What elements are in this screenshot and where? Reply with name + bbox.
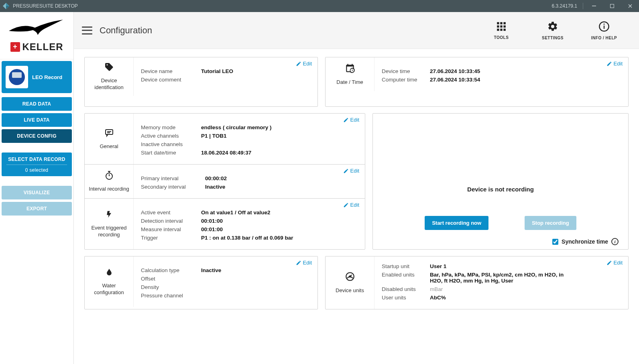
stop-recording-button[interactable]: Stop recording [525, 216, 576, 230]
app-title: PRESSURESUITE DESKTOP [13, 3, 78, 9]
settings-button[interactable]: SETTINGS [531, 21, 575, 40]
select-data-record-label: SELECT DATA RECORD [6, 157, 67, 162]
svg-rect-10 [503, 25, 505, 27]
pencil-icon [606, 260, 612, 266]
selected-count-label: 0 selected [6, 165, 67, 173]
water-configuration-card: Edit Water configuration Calculation typ… [84, 256, 318, 309]
edit-general-button[interactable]: Edit [343, 117, 359, 123]
app-logo-icon [2, 2, 10, 10]
export-button[interactable]: EXPORT [2, 202, 72, 216]
svg-point-16 [604, 23, 605, 24]
device-config-button[interactable]: DEVICE CONFIG [2, 129, 72, 143]
edit-event-button[interactable]: Edit [343, 202, 359, 208]
svg-rect-6 [500, 22, 502, 24]
device-name-label: LEO Record [32, 74, 62, 80]
svg-rect-12 [500, 28, 502, 31]
window-minimize-button[interactable] [585, 0, 603, 12]
edit-water-button[interactable]: Edit [296, 260, 312, 266]
sidebar: + KELLER LEO Record READ DATA LIVE DATA … [0, 12, 74, 364]
gauge-icon [345, 271, 355, 284]
live-data-button[interactable]: LIVE DATA [2, 113, 72, 127]
svg-rect-3 [592, 6, 596, 6]
pencil-icon [343, 168, 349, 174]
titlebar: PRESSURESUITE DESKTOP 6.3.24179.1 [0, 0, 639, 12]
pencil-icon [343, 202, 349, 208]
edit-units-button[interactable]: Edit [606, 260, 623, 266]
device-units-card: Edit Device units Startup unitUser 1 Ena… [325, 256, 629, 309]
select-data-record-button[interactable]: SELECT DATA RECORD 0 selected [2, 153, 72, 176]
tools-button[interactable]: TOOLS [479, 21, 523, 40]
pencil-icon [296, 260, 301, 266]
read-data-button[interactable]: READ DATA [2, 97, 72, 111]
pencil-icon [606, 61, 612, 67]
recording-status-label: Device is not recording [373, 167, 628, 200]
brand-plus-icon: + [10, 42, 20, 52]
general-subcard: Edit General Memory modeendless ( circul… [85, 114, 365, 165]
tools-icon [496, 21, 507, 33]
window-maximize-button[interactable] [603, 0, 621, 12]
edit-datetime-button[interactable]: Edit [606, 61, 623, 67]
droplet-icon [105, 267, 113, 279]
interval-subcard: Edit Interval recording Primary interval… [85, 165, 365, 199]
device-card[interactable]: LEO Record [2, 61, 72, 93]
calendar-clock-icon [345, 63, 355, 76]
visualize-button[interactable]: VISUALIZE [2, 186, 72, 199]
info-icon [598, 21, 610, 33]
svg-rect-5 [497, 22, 499, 24]
tag-icon [104, 62, 114, 74]
svg-rect-11 [497, 28, 499, 31]
chat-icon [104, 128, 114, 140]
edit-interval-button[interactable]: Edit [343, 168, 359, 174]
svg-rect-4 [610, 4, 614, 8]
recording-control-card: Device is not recording Start recording … [372, 113, 629, 250]
bird-icon [9, 19, 65, 39]
synchronize-time-label: Synchronize time [562, 238, 608, 245]
svg-rect-9 [500, 25, 502, 27]
info-help-button[interactable]: INFO / HELP [582, 21, 626, 40]
svg-rect-8 [497, 25, 499, 27]
page-title: Configuration [100, 25, 152, 36]
brand-logo: + KELLER [0, 12, 73, 59]
svg-marker-1 [6, 3, 9, 6]
edit-device-id-button[interactable]: Edit [296, 61, 312, 67]
window-close-button[interactable] [621, 0, 639, 12]
menu-toggle-button[interactable] [82, 26, 92, 35]
recording-settings-card: Edit General Memory modeendless ( circul… [84, 113, 365, 250]
svg-marker-2 [6, 6, 9, 9]
event-subcard: Edit Event triggered recording Active ev… [85, 199, 365, 249]
pencil-icon [343, 117, 349, 123]
synchronize-time-checkbox[interactable] [552, 239, 558, 245]
pencil-icon [296, 61, 301, 67]
topbar: Configuration TOOLS SETTINGS INFO / HELP [74, 12, 639, 49]
gear-icon [547, 21, 558, 33]
svg-rect-7 [503, 22, 505, 24]
date-time-card: Edit Date / Time Device time27.06.2024 1… [325, 57, 629, 107]
app-version: 6.3.24179.1 [552, 3, 577, 9]
device-identification-card: Edit Device identification Device nameTu… [84, 57, 318, 107]
stopwatch-icon [104, 171, 114, 183]
bolt-icon [105, 209, 113, 222]
svg-rect-13 [503, 28, 505, 31]
brand-name: KELLER [22, 41, 63, 53]
sync-info-icon[interactable]: i [611, 238, 619, 245]
device-thumbnail [6, 66, 28, 88]
start-recording-button[interactable]: Start recording now [425, 216, 488, 230]
